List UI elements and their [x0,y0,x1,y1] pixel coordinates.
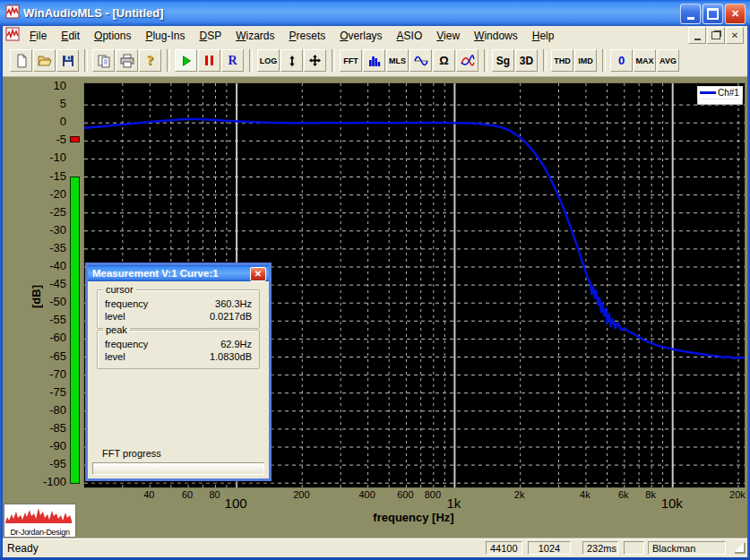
menu-bar: FileEditOptionsPlug-InsDSPWizardsPresets… [3,26,747,46]
save-button[interactable] [56,49,79,72]
y-tick-label: -90 [27,439,66,452]
measurement-dialog[interactable]: Measurement V:1 Curve:1 ✕ cursor frequen… [85,263,272,481]
menu-items: FileEditOptionsPlug-InsDSPWizardsPresets… [22,28,561,44]
sine-wave-button[interactable] [409,49,432,72]
copy-button[interactable] [92,49,115,72]
status-ready-text: Ready [7,542,39,555]
menu-edit[interactable]: Edit [54,28,87,44]
cursor-frequency-label: frequency [105,298,148,310]
workspace: 1050-5-10-15-20-25-30-35-40-45-50-55-60-… [0,77,750,538]
imd-button[interactable]: IMD [574,49,597,72]
logo-text: Dr-Jordan-Design [4,528,75,537]
y-tick-label: -30 [27,223,66,237]
menu-overlays[interactable]: Overlays [332,28,389,44]
y-tick-label: 0 [27,115,66,128]
x-tick-label: 2k [506,489,533,500]
thd-button[interactable]: THD [551,49,573,72]
menu-asio[interactable]: ASIO [390,28,430,44]
mdi-close-button[interactable]: ✕ [726,27,744,44]
sg-button[interactable]: Sg [492,49,514,72]
avg-button[interactable]: AVG [657,49,679,72]
logo-waveform-icon [4,504,73,526]
peak-group-label: peak [103,324,130,335]
pause-button[interactable] [198,49,220,72]
x-axis-title: frequency [Hz] [83,511,744,524]
impedance-button[interactable]: Ω [433,49,455,72]
fft-progress-label: FFT progress [102,448,161,459]
y-tick-label: -20 [27,187,66,201]
peak-group: peak frequency 62.9Hz level 1.0830dB [97,330,260,369]
dialog-close-button[interactable]: ✕ [250,267,266,281]
menu-dsp[interactable]: DSP [192,28,228,44]
menu-file[interactable]: File [22,28,54,44]
x-major-tick-label: 1k [437,495,470,511]
x-tick-label: 4k [572,489,599,500]
title-bar: WinAudioMLS - [Untitled] ✕ [0,0,750,26]
3d-button[interactable]: 3D [515,49,538,72]
resize-grip[interactable] [735,543,746,554]
status-empty-panel [624,541,644,555]
fft-button[interactable]: FFT [340,49,362,72]
legend-line-swatch [700,91,716,94]
menu-view[interactable]: View [429,28,467,44]
y-tick-label: -100 [27,475,66,488]
maximize-button[interactable] [703,4,723,24]
overlay-curves-button[interactable] [456,49,478,72]
y-tick-label: -75 [27,385,66,399]
y-tick-label: 5 [27,97,66,110]
mdi-restore-button[interactable] [707,27,725,44]
zero-button[interactable]: 0 [610,49,633,72]
y-tick-label: 10 [27,79,66,92]
cursor-group: cursor frequency 360.3Hz level 0.0217dB [97,289,260,329]
play-button[interactable] [175,49,197,72]
y-tick-label: -80 [27,403,66,417]
x-tick-label: 400 [354,489,381,500]
legend-entry: Ch#1 [718,89,739,98]
menu-options[interactable]: Options [87,28,138,44]
toolbar-separator [332,49,335,72]
pan-button[interactable] [304,49,326,72]
close-button[interactable]: ✕ [725,4,746,24]
spectrum-button[interactable] [363,49,385,72]
help-button[interactable]: ? [139,49,161,72]
toolbar-separator [543,49,547,72]
y-tick-label: -95 [27,457,66,470]
legend-empty-row [697,99,743,105]
y-axis-title: [dB] [30,285,43,308]
open-button[interactable] [33,49,56,72]
cursor-level-label: level [105,311,125,323]
menu-presets[interactable]: Presets [282,28,333,44]
menu-plug-ins[interactable]: Plug-Ins [138,28,192,44]
peak-frequency-label: frequency [105,339,148,350]
level-meter-peak-marker [70,136,80,142]
menu-wizards[interactable]: Wizards [228,28,281,44]
vertical-zoom-button[interactable] [280,49,303,72]
mdi-minimize-button[interactable] [688,27,706,44]
toolbar-separator [484,49,487,72]
y-tick-label: -5 [27,133,66,146]
toolbar-separator [249,49,253,72]
menu-help[interactable]: Help [525,28,562,44]
new-button[interactable] [10,49,32,72]
print-button[interactable] [116,49,138,72]
status-samplerate: 44100 [486,541,522,555]
x-tick-label: 60 [174,489,201,500]
menu-windows[interactable]: Windows [467,28,525,44]
y-tick-label: -15 [27,169,66,183]
cursor-frequency-value: 360.3Hz [215,298,252,310]
y-tick-label: -70 [27,367,66,381]
dialog-title-bar[interactable]: Measurement V:1 Curve:1 [88,265,269,281]
x-tick-label: 40 [135,489,162,500]
max-button[interactable]: MAX [634,49,656,72]
fft-progress-bar [92,462,264,475]
log-scale-button[interactable]: LOG [257,49,280,72]
x-tick-label: 20k [724,489,750,500]
status-fft-size: 1024 [528,541,571,555]
status-time: 232ms [582,541,618,555]
mls-button[interactable]: MLS [386,49,409,72]
x-tick-label: 6k [610,489,637,500]
peak-level-label: level [105,351,125,363]
record-button[interactable]: R [221,49,244,72]
minimize-button[interactable] [680,4,701,24]
cursor-group-label: cursor [103,284,136,295]
